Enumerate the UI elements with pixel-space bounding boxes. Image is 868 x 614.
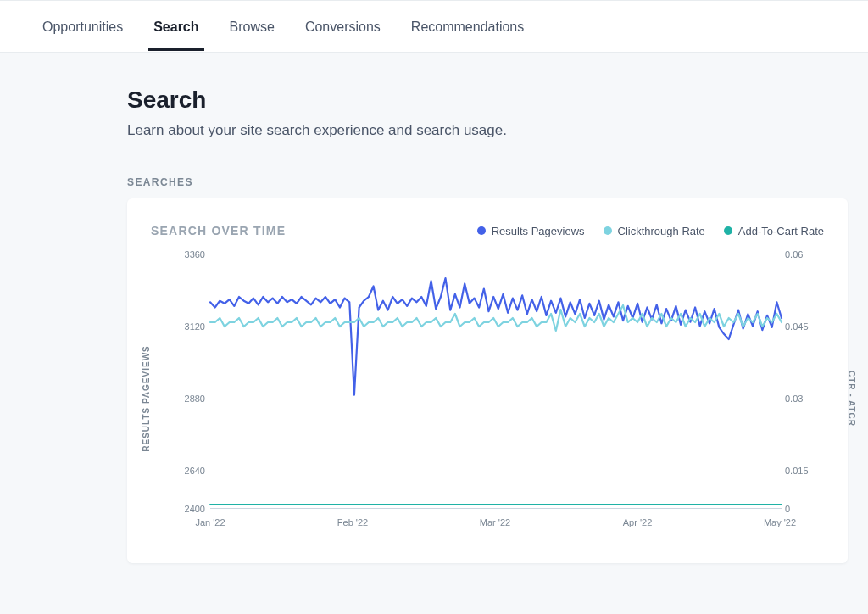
top-tabs: Opportunities Search Browse Conversions … — [0, 0, 868, 53]
x-tick: Jan '22 — [195, 517, 225, 527]
legend-dot-icon — [724, 226, 732, 235]
tab-recommendations[interactable]: Recommendations — [411, 3, 524, 50]
y-right-tick: 0.045 — [785, 321, 814, 332]
y-left-tick: 2400 — [176, 504, 205, 514]
legend-clickthrough-rate[interactable]: Clickthrough Rate — [604, 225, 705, 237]
legend-dot-icon — [604, 226, 612, 235]
legend-add-to-cart-rate[interactable]: Add-To-Cart Rate — [724, 225, 824, 237]
legend-results-pageviews[interactable]: Results Pageviews — [477, 225, 585, 237]
x-tick: Apr '22 — [623, 517, 653, 527]
chart-svg — [210, 254, 782, 509]
tab-browse[interactable]: Browse — [230, 3, 275, 50]
legend-label: Clickthrough Rate — [618, 225, 705, 237]
y-right-tick: 0.06 — [785, 249, 814, 260]
y-right-tick: 0.015 — [785, 466, 814, 476]
legend-label: Add-To-Cart Rate — [738, 225, 824, 237]
page-subtitle: Learn about your site search experience … — [127, 122, 826, 139]
search-over-time-card: SEARCH OVER TIME Results Pageviews Click… — [127, 198, 848, 563]
y-axis-right-label: CTR - ATCR — [847, 371, 856, 427]
y-left-tick: 2640 — [176, 466, 205, 476]
page-body: Search Learn about your site search expe… — [0, 53, 868, 563]
card-header: SEARCH OVER TIME Results Pageviews Click… — [151, 224, 824, 237]
y-axis-left-label: RESULTS PAGEVIEWS — [142, 345, 151, 452]
page-title: Search — [127, 87, 826, 114]
line-results-pageviews — [210, 278, 782, 395]
chart-area: RESULTS PAGEVIEWS CTR - ATCR 3360 3120 2… — [151, 254, 824, 543]
tab-conversions[interactable]: Conversions — [305, 3, 381, 50]
section-label-searches: SEARCHES — [127, 176, 826, 188]
y-left-tick: 2880 — [176, 394, 205, 404]
x-tick: May '22 — [764, 517, 796, 527]
y-right-tick: 0 — [785, 504, 814, 514]
legend-label: Results Pageviews — [492, 225, 585, 237]
tab-opportunities[interactable]: Opportunities — [42, 3, 123, 50]
legend-dot-icon — [477, 226, 486, 235]
tab-search[interactable]: Search — [153, 3, 198, 50]
x-tick: Mar '22 — [480, 517, 510, 527]
y-left-tick: 3120 — [176, 321, 205, 332]
x-tick: Feb '22 — [337, 517, 368, 527]
plot-region — [210, 254, 782, 509]
card-title: SEARCH OVER TIME — [151, 224, 286, 237]
y-left-tick: 3360 — [176, 249, 205, 260]
y-right-tick: 0.03 — [785, 394, 814, 404]
chart-legend: Results Pageviews Clickthrough Rate Add-… — [477, 225, 824, 237]
